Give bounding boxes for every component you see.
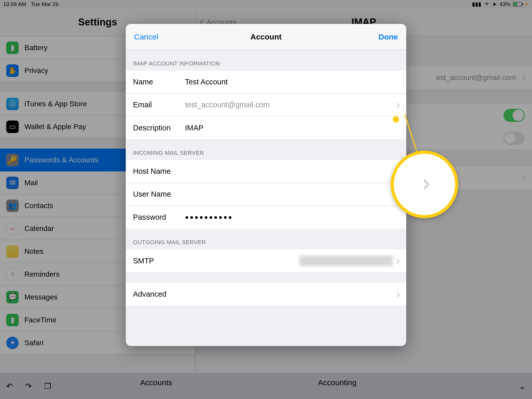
username-label: User Name bbox=[133, 190, 185, 198]
modal-header: Cancel Account Done bbox=[126, 24, 406, 50]
account-modal: Cancel Account Done IMAP ACCOUNT INFORMA… bbox=[126, 24, 406, 346]
section-header-outgoing: OUTGOING MAIL SERVER bbox=[126, 229, 406, 249]
callout-anchor-dot bbox=[393, 116, 399, 123]
smtp-value-redacted bbox=[299, 256, 393, 266]
description-row[interactable]: Description IMAP bbox=[126, 116, 406, 139]
advanced-label: Advanced bbox=[133, 290, 167, 298]
description-label: Description bbox=[133, 124, 185, 132]
chevron-right-icon bbox=[419, 179, 430, 190]
password-label: Password bbox=[133, 213, 185, 222]
name-label: Name bbox=[133, 78, 185, 86]
username-row[interactable]: User Name bbox=[126, 183, 406, 206]
section-header-imap-info: IMAP ACCOUNT INFORMATION bbox=[126, 50, 406, 71]
smtp-label: SMTP bbox=[133, 257, 154, 265]
email-value: test_account@gmail.com bbox=[185, 101, 393, 109]
email-row[interactable]: Email test_account@gmail.com bbox=[126, 94, 406, 116]
email-label: Email bbox=[133, 101, 185, 109]
done-button[interactable]: Done bbox=[370, 24, 406, 50]
password-value[interactable]: ●●●●●●●●●● bbox=[185, 214, 399, 221]
cancel-button[interactable]: Cancel bbox=[126, 24, 167, 50]
advanced-row[interactable]: Advanced bbox=[126, 283, 406, 305]
name-value[interactable]: Test Account bbox=[185, 78, 399, 86]
callout-highlight-ring bbox=[391, 151, 458, 218]
chevron-right-icon bbox=[395, 103, 400, 108]
section-header-incoming: INCOMING MAIL SERVER bbox=[126, 139, 406, 160]
smtp-row[interactable]: SMTP bbox=[126, 249, 406, 272]
chevron-right-icon bbox=[395, 292, 400, 297]
hostname-row[interactable]: Host Name bbox=[126, 160, 406, 183]
password-row[interactable]: Password ●●●●●●●●●● bbox=[126, 206, 406, 229]
description-value[interactable]: IMAP bbox=[185, 124, 399, 132]
name-row[interactable]: Name Test Account bbox=[126, 71, 406, 94]
hostname-label: Host Name bbox=[133, 167, 185, 176]
chevron-right-icon bbox=[395, 259, 400, 264]
modal-title: Account bbox=[250, 32, 282, 41]
